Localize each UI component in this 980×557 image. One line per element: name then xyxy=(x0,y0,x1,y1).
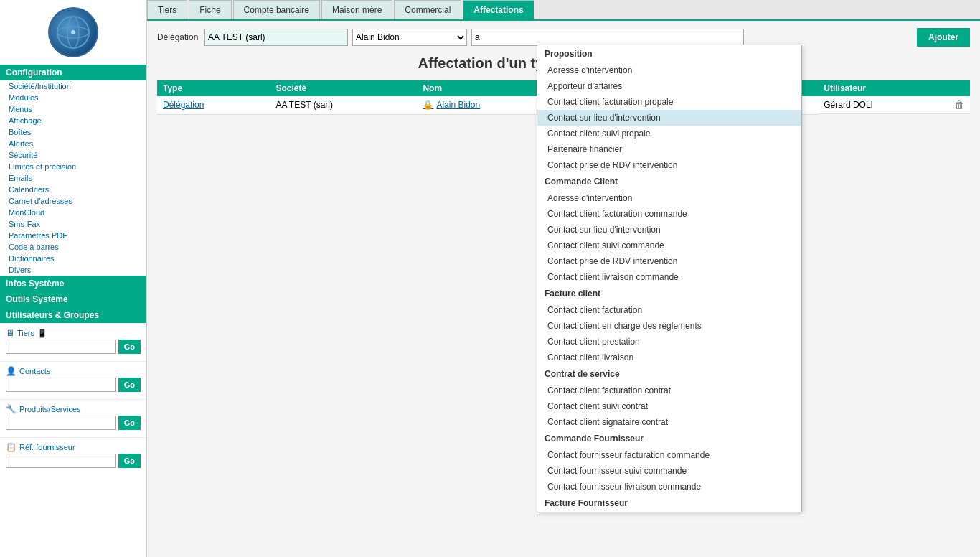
dropdown-item-contact-client-livraison[interactable]: Contact client livraison xyxy=(537,350,801,365)
sidebar-item-emails[interactable]: Emails xyxy=(0,172,146,184)
dropdown-item-partenaire-financier[interactable]: Partenaire financier xyxy=(537,141,801,157)
sidebar-go-button-réf. fournisseur[interactable]: Go xyxy=(118,454,141,468)
sidebar-go-button-tiers[interactable]: Go xyxy=(118,340,141,354)
sidebar-item-affichage[interactable]: Affichage xyxy=(0,115,146,126)
sidebar-search-input-contacts[interactable] xyxy=(6,378,116,392)
sidebar-section-configuration[interactable]: Configuration xyxy=(0,65,146,80)
dropdown-item-contact-prise-de-rdv-intervention[interactable]: Contact prise de RDV intervention xyxy=(537,157,801,173)
dropdown-item-contact-client-suivi-commande[interactable]: Contact client suivi commande xyxy=(537,238,801,253)
delegation-label: Délégation xyxy=(157,32,200,42)
sidebar-search-row: Go xyxy=(6,416,141,430)
sidebar-search-row: Go xyxy=(6,454,141,468)
sidebar-item-carnet-dadresses[interactable]: Carnet d'adresses xyxy=(0,195,146,207)
sidebar-item-code-à-barres[interactable]: Code à barres xyxy=(0,241,146,253)
sidebar-search-section-réf. fournisseur: 📋Réf. fournisseurGo xyxy=(0,437,146,475)
tab-commercial[interactable]: Commercial xyxy=(394,0,461,19)
sidebar-item-limites-et-précision[interactable]: Limites et précision xyxy=(0,161,146,172)
sidebar-search-section-contacts: 👤ContactsGo xyxy=(0,361,146,399)
dropdown-item-contact-sur-lieu-dintervention[interactable]: Contact sur lieu d'intervention xyxy=(537,222,801,238)
sidebar-item-boîtes[interactable]: Boîtes xyxy=(0,126,146,138)
sidebar-search-label-produits/services[interactable]: 🔧Produits/Services xyxy=(6,404,141,414)
person-icon: 🔒 xyxy=(423,100,433,110)
dropdown-section-facture-fournisseur: Facture Fournisseur xyxy=(537,495,801,512)
sidebar-searches: 🖥Tiers📱Go👤ContactsGo🔧Produits/ServicesGo… xyxy=(0,323,146,475)
dropdown-item-contact-prise-de-rdv-intervention[interactable]: Contact prise de RDV intervention xyxy=(537,253,801,269)
sidebar-item-moncloud[interactable]: MonCloud xyxy=(0,207,146,218)
dropdown-item-adresse-dintervention[interactable]: Adresse d'intervention xyxy=(537,190,801,206)
delegation-person-select[interactable]: Alain Bidon xyxy=(352,29,467,46)
dropdown-item-contact-client-facturation[interactable]: Contact client facturation xyxy=(537,302,801,318)
dropdown-item-contact-fournisseur-suivi-commande[interactable]: Contact fournisseur suivi commande xyxy=(537,463,801,479)
tab-tiers[interactable]: Tiers xyxy=(147,0,187,19)
delete-icon[interactable]: 🗑 xyxy=(954,99,964,111)
dropdown-item-apporteur-daffaires[interactable]: Apporteur d'affaires xyxy=(537,78,801,94)
dropdown-item-contact-client-en-charge-des-règlements[interactable]: Contact client en charge des règlements xyxy=(537,318,801,334)
table-cell-utilisateur: Gérard DOLI🗑 xyxy=(818,96,970,114)
dropdown-section-commande-fournisseur: Commande Fournisseur xyxy=(537,430,801,447)
dropdown-section-facture-client: Facture client xyxy=(537,285,801,302)
dropdown-item-contact-client-facturation-contrat[interactable]: Contact client facturation contrat xyxy=(537,383,801,398)
dropdown-section-contrat-de-service: Contrat de service xyxy=(537,365,801,383)
sidebar-search-input-produits/services[interactable] xyxy=(6,416,116,430)
dropdown-item-contact-client-prestation[interactable]: Contact client prestation xyxy=(537,334,801,350)
sidebar-search-section-tiers: 🖥Tiers📱Go xyxy=(0,323,146,361)
sidebar-item-sécurité[interactable]: Sécurité xyxy=(0,149,146,161)
table-header-société: Société xyxy=(270,80,417,96)
dropdown-section-commande-client: Commande Client xyxy=(537,173,801,190)
dropdown-item-contact-fournisseur-facturation-commande[interactable]: Contact fournisseur facturation commande xyxy=(537,447,801,463)
dropdown-item-contact-client-facturation-commande[interactable]: Contact client facturation commande xyxy=(537,206,801,222)
sidebar-item-dictionnaires[interactable]: Dictionnaires xyxy=(0,253,146,264)
table-cell-societe: AA TEST (sarl) xyxy=(270,96,417,114)
tab-fiche[interactable]: Fiche xyxy=(189,0,231,19)
sidebar-search-label-text: Contacts xyxy=(19,367,50,375)
sidebar-search-input-réf. fournisseur[interactable] xyxy=(6,454,116,468)
dropdown-item-adresse-dintervention[interactable]: Adresse d'intervention xyxy=(537,62,801,78)
mobile-icon: 📱 xyxy=(37,329,47,338)
table-cell-type[interactable]: Délégation xyxy=(157,96,270,114)
sidebar-section-outils-système[interactable]: Outils Système xyxy=(0,291,146,307)
dropdown-item-contact-client-livraison-commande[interactable]: Contact client livraison commande xyxy=(537,269,801,285)
table-header-type: Type xyxy=(157,80,270,96)
dropdown-item-contact-client-suivi-propale[interactable]: Contact client suivi propale xyxy=(537,126,801,141)
sidebar-item-modules[interactable]: Modules xyxy=(0,92,146,103)
table-header-utilisateur: Utilisateur xyxy=(818,80,970,96)
sidebar-item-alertes[interactable]: Alertes xyxy=(0,138,146,149)
type-link[interactable]: Délégation xyxy=(163,100,204,110)
top-tabs: TiersFicheCompte bancaireMaison mèreComm… xyxy=(147,0,980,21)
logo-area xyxy=(0,0,146,65)
svg-point-3 xyxy=(71,30,75,34)
dropdown-item-contact-fournisseur-livraison-commande[interactable]: Contact fournisseur livraison commande xyxy=(537,479,801,495)
sidebar-search-label-tiers[interactable]: 🖥Tiers📱 xyxy=(6,328,141,338)
dropdown-item-contact-client-signataire-contrat[interactable]: Contact client signataire contrat xyxy=(537,414,801,430)
sidebar-section-utilisateurs-&-groupes[interactable]: Utilisateurs & Groupes xyxy=(0,307,146,323)
sidebar-sections: ConfigurationSociété/InstitutionModulesM… xyxy=(0,65,146,323)
sidebar-search-label-contacts[interactable]: 👤Contacts xyxy=(6,366,141,376)
sidebar-item-société/institution[interactable]: Société/Institution xyxy=(0,80,146,92)
sidebar-search-input-tiers[interactable] xyxy=(6,340,116,354)
dropdown-item-contact-sur-lieu-dintervention[interactable]: Contact sur lieu d'intervention xyxy=(537,110,801,126)
sidebar-search-label-text: Produits/Services xyxy=(19,405,81,413)
sidebar-search-icon-réf. fournisseur: 📋 xyxy=(6,442,17,452)
sidebar-section-infos-système[interactable]: Infos Système xyxy=(0,276,146,291)
sidebar-item-paramètres-pdf[interactable]: Paramètres PDF xyxy=(0,230,146,241)
sidebar-search-label-text: Réf. fournisseur xyxy=(19,443,75,451)
tab-affectations[interactable]: Affectations xyxy=(463,0,534,19)
sidebar-item-sms-fax[interactable]: Sms-Fax xyxy=(0,218,146,230)
dropdown-item-contact-client-suivi-contrat[interactable]: Contact client suivi contrat xyxy=(537,398,801,414)
autocomplete-dropdown[interactable]: PropositionAdresse d'interventionApporte… xyxy=(537,45,802,512)
delegation-search-input[interactable] xyxy=(471,29,744,46)
tab-maison-mère[interactable]: Maison mère xyxy=(321,0,392,19)
sidebar-item-divers[interactable]: Divers xyxy=(0,264,146,276)
sidebar-item-menus[interactable]: Menus xyxy=(0,103,146,115)
sidebar-item-calendriers[interactable]: Calendriers xyxy=(0,184,146,195)
delegation-company-input[interactable] xyxy=(204,29,348,46)
sidebar-go-button-produits/services[interactable]: Go xyxy=(118,416,141,430)
sidebar-search-label-réf. fournisseur[interactable]: 📋Réf. fournisseur xyxy=(6,442,141,452)
sidebar-search-row: Go xyxy=(6,378,141,392)
sidebar-search-icon-contacts: 👤 xyxy=(6,366,17,376)
ajouter-button[interactable]: Ajouter xyxy=(917,28,970,47)
tab-compte-bancaire[interactable]: Compte bancaire xyxy=(233,0,320,19)
sidebar-search-row: Go xyxy=(6,340,141,354)
dropdown-item-contact-client-facturation-propale[interactable]: Contact client facturation propale xyxy=(537,94,801,110)
sidebar-go-button-contacts[interactable]: Go xyxy=(118,378,141,392)
